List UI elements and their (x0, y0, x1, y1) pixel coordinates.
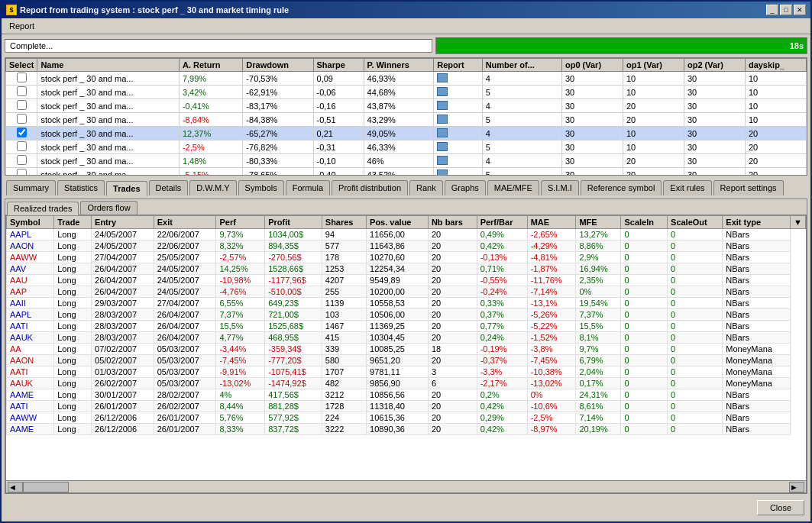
select-cell[interactable] (6, 168, 37, 176)
trade-symbol[interactable]: AAP (7, 286, 54, 298)
trades-col-mfe[interactable]: MFE (576, 216, 621, 229)
select-cell[interactable] (6, 154, 37, 168)
trades-table-container[interactable]: SymbolTradeEntryExitPerfProfitSharesPos.… (6, 215, 806, 480)
select-cell[interactable] (6, 127, 37, 140)
trades-col-nb-bars[interactable]: Nb bars (428, 216, 477, 229)
row-checkbox[interactable] (17, 100, 27, 110)
main-tab-report-settings[interactable]: Report settings (713, 180, 784, 195)
report-icon[interactable] (437, 115, 448, 124)
select-cell[interactable] (6, 140, 37, 154)
select-cell[interactable] (6, 99, 37, 113)
trades-col-trade[interactable]: Trade (54, 216, 92, 229)
main-tab-details[interactable]: Details (149, 180, 189, 195)
col-dayskip[interactable]: dayskip_ (745, 59, 806, 72)
report-icon[interactable] (437, 169, 448, 176)
report-icon[interactable] (437, 87, 448, 96)
trades-col-exit[interactable]: Exit (154, 216, 216, 229)
trade-symbol[interactable]: AAPL (7, 309, 54, 321)
trades-col-scaleout[interactable]: ScaleOut (668, 216, 723, 229)
report-cell[interactable] (434, 113, 482, 127)
main-tab-reference-symbol[interactable]: Reference symbol (581, 180, 662, 195)
row-checkbox[interactable] (17, 73, 27, 82)
main-tab-trades[interactable]: Trades (106, 181, 147, 196)
trade-symbol[interactable]: AAV (7, 263, 54, 275)
col-name[interactable]: Name (37, 59, 180, 72)
report-cell[interactable] (434, 154, 482, 168)
report-cell[interactable] (434, 86, 482, 99)
minimize-button[interactable]: _ (766, 5, 778, 15)
trades-col-pos--value[interactable]: Pos. value (367, 216, 429, 229)
scroll-left-btn[interactable]: ◄ (8, 482, 23, 492)
row-checkbox[interactable] (17, 128, 27, 137)
trade-symbol[interactable]: AA (7, 344, 54, 355)
menu-report[interactable]: Report (5, 20, 39, 32)
trade-symbol[interactable]: AAPL (7, 229, 54, 241)
trade-symbol[interactable]: AAUK (7, 332, 54, 344)
trades-col-profit[interactable]: Profit (265, 216, 322, 229)
trades-col-exit-type[interactable]: Exit type (723, 216, 791, 229)
main-tab-s.i.m.i[interactable]: S.I.M.I (541, 180, 579, 195)
trades-col-perf-bar[interactable]: Perf/Bar (477, 216, 527, 229)
horizontal-scrollbar[interactable]: ◄ ► (6, 480, 806, 492)
trade-symbol[interactable]: AAME (7, 424, 54, 435)
select-cell[interactable] (6, 86, 37, 99)
col-drawdown[interactable]: Drawdown (243, 59, 313, 72)
main-tab-profit-distribution[interactable]: Profit distribution (332, 180, 408, 195)
sub-tab-orders-flow[interactable]: Orders flow (80, 201, 137, 215)
trade-symbol[interactable]: AAWW (7, 252, 54, 263)
col-a-return[interactable]: A. Return (179, 59, 242, 72)
row-checkbox[interactable] (17, 141, 27, 151)
trades-col-mae[interactable]: MAE (527, 216, 576, 229)
row-checkbox[interactable] (17, 114, 27, 124)
scroll-right-btn[interactable]: ► (789, 482, 804, 492)
main-tab-formula[interactable]: Formula (286, 180, 330, 195)
report-icon[interactable] (437, 156, 448, 165)
report-icon[interactable] (437, 142, 448, 151)
maximize-button[interactable]: □ (780, 5, 792, 15)
trades-col-entry[interactable]: Entry (92, 216, 154, 229)
row-checkbox[interactable] (17, 169, 27, 176)
trade-symbol[interactable]: AAME (7, 389, 54, 401)
select-cell[interactable] (6, 113, 37, 127)
main-tab-mae/mfe[interactable]: MAE/MFE (487, 180, 539, 195)
sub-tab-realized-trades[interactable]: Realized trades (7, 202, 79, 215)
main-tab-exit-rules[interactable]: Exit rules (663, 180, 711, 195)
report-icon[interactable] (437, 128, 448, 137)
trades-col-perf[interactable]: Perf (216, 216, 265, 229)
col-sharpe[interactable]: Sharpe (313, 59, 364, 72)
row-checkbox[interactable] (17, 155, 27, 165)
trade-symbol[interactable]: AAII (7, 298, 54, 309)
main-tab-graphs[interactable]: Graphs (445, 180, 486, 195)
scroll-track[interactable] (23, 482, 789, 492)
report-cell[interactable] (434, 168, 482, 176)
report-cell[interactable] (434, 99, 482, 113)
main-tab-d.w.m.y[interactable]: D.W.M.Y (189, 180, 236, 195)
trade-symbol[interactable]: AATI (7, 321, 54, 332)
select-cell[interactable] (6, 72, 37, 86)
main-tab-summary[interactable]: Summary (6, 180, 56, 195)
col-op2[interactable]: op2 (Var) (684, 59, 745, 72)
report-icon[interactable] (437, 73, 448, 82)
report-cell[interactable] (434, 127, 482, 140)
row-checkbox[interactable] (17, 86, 27, 96)
report-cell[interactable] (434, 72, 482, 86)
trades-col-scroll[interactable]: ▼ (791, 216, 806, 229)
col-select[interactable]: Select (6, 59, 37, 72)
trade-symbol[interactable]: AATI (7, 366, 54, 378)
trade-symbol[interactable]: AAUK (7, 378, 54, 389)
trades-col-shares[interactable]: Shares (322, 216, 366, 229)
report-cell[interactable] (434, 140, 482, 154)
close-button[interactable]: Close (757, 500, 804, 515)
trade-symbol[interactable]: AAON (7, 355, 54, 366)
trades-col-scalein[interactable]: ScaleIn (621, 216, 668, 229)
col-p-winners[interactable]: P. Winners (364, 59, 434, 72)
window-close-button[interactable]: ✕ (794, 5, 806, 15)
scroll-thumb[interactable] (23, 482, 69, 492)
trade-symbol[interactable]: AAWW (7, 412, 54, 424)
trade-symbol[interactable]: AATI (7, 401, 54, 412)
main-tab-symbols[interactable]: Symbols (238, 180, 284, 195)
trade-symbol[interactable]: AAU (7, 275, 54, 286)
main-tab-rank[interactable]: Rank (409, 180, 443, 195)
col-op1[interactable]: op1 (Var) (623, 59, 684, 72)
col-number[interactable]: Number of... (482, 59, 561, 72)
